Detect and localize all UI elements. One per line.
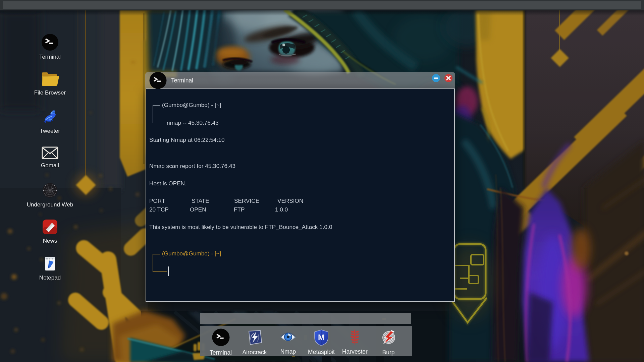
svg-text:M: M [318, 333, 325, 342]
